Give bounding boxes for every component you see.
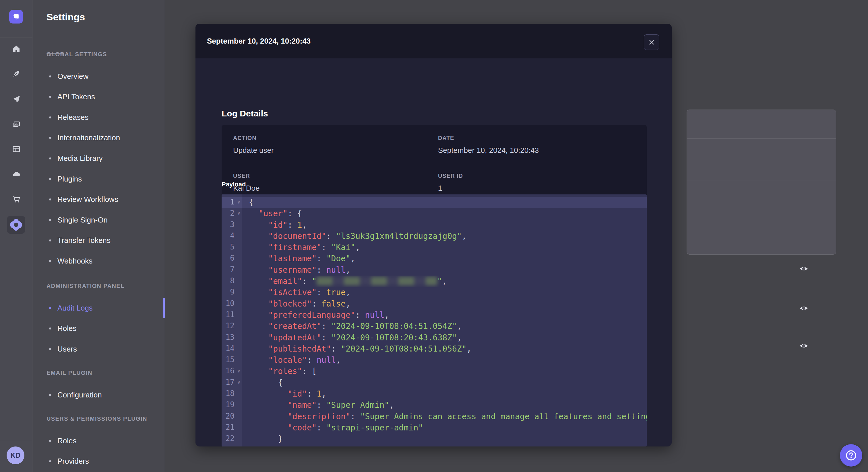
detail-label: DATE [438, 135, 635, 141]
question-mark-icon [845, 450, 857, 461]
nav-item-label: API Tokens [57, 92, 95, 101]
bullet-icon [49, 307, 51, 309]
line-number: 10 [222, 298, 242, 309]
strapi-logo-icon[interactable] [9, 10, 23, 24]
nav-section-label: EMAIL PLUGIN [46, 370, 92, 376]
nav-item-label: Overview [57, 72, 88, 81]
detail-field: ACTIONUpdate user [233, 135, 438, 155]
bullet-icon [49, 394, 51, 396]
line-number: 1∨ [222, 197, 242, 208]
help-button[interactable] [840, 444, 862, 467]
home-icon[interactable] [11, 43, 22, 54]
main-nav-rail: KD [0, 0, 32, 472]
user-avatar[interactable]: KD [7, 446, 24, 464]
detail-value: September 10, 2024, 10:20:43 [438, 146, 635, 155]
nav-item-label: Transfer Tokens [57, 236, 111, 245]
send-release-icon[interactable] [11, 94, 22, 104]
nav-item-label: Media Library [57, 154, 103, 163]
cloud-icon[interactable] [11, 169, 22, 179]
sidebar-item-overview[interactable]: Overview [32, 70, 165, 82]
sidebar-item-providers[interactable]: Providers [32, 455, 165, 468]
detail-value: Update user [233, 146, 438, 155]
bullet-icon [49, 460, 51, 462]
sidebar-item-review-workflows[interactable]: Review Workflows [32, 193, 165, 206]
marketplace-cart-icon[interactable] [11, 194, 22, 204]
nav-item-label: Providers [57, 457, 89, 466]
code-line-18: 18 "id": 1, [222, 388, 647, 400]
detail-label: USER [233, 173, 438, 179]
fold-chevron-icon[interactable]: ∨ [237, 368, 240, 374]
fold-chevron-icon[interactable]: ∨ [237, 210, 240, 216]
code-line-20: 20 "description": "Super Admins can acce… [222, 411, 647, 422]
bullet-icon [49, 328, 51, 330]
line-number: 11 [222, 309, 242, 321]
sidebar-item-transfer-tokens[interactable]: Transfer Tokens [32, 234, 165, 247]
nav-item-label: Configuration [57, 391, 102, 400]
code-line-19: 19 "name": "Super Admin", [222, 400, 647, 411]
redacted-email-value [317, 277, 437, 285]
line-number: 22 [222, 433, 242, 444]
log-details-card: ACTIONUpdate userDATESeptember 10, 2024,… [222, 125, 647, 199]
code-line-13: 13 "updatedAt": "2024-09-10T08:20:43.638… [222, 332, 647, 343]
sidebar-item-configuration[interactable]: Configuration [32, 389, 165, 401]
sidebar-item-media-library[interactable]: Media Library [32, 152, 165, 165]
nav-item-label: Releases [57, 113, 88, 122]
nav-item-label: Webhooks [57, 257, 92, 266]
detail-value: Kai Doe [233, 184, 438, 193]
line-number: 15 [222, 355, 242, 366]
code-line-15: 15 "locale": null, [222, 355, 647, 366]
log-details-heading: Log Details [222, 109, 268, 119]
sidebar-item-webhooks[interactable]: Webhooks [32, 255, 165, 267]
view-log-eye-icon[interactable] [798, 263, 809, 274]
sidebar-item-single-sign-on[interactable]: Single Sign-On [32, 214, 165, 226]
bullet-icon [49, 116, 51, 119]
bullet-icon [49, 137, 51, 139]
sidebar-item-roles[interactable]: Roles [32, 434, 165, 447]
code-line-5: 5 "firstname": "Kai", [222, 242, 647, 253]
code-line-16: 16∨ "roles": [ [222, 366, 647, 377]
fold-chevron-icon[interactable]: ∨ [237, 380, 240, 385]
sidebar-item-internationalization[interactable]: Internationalization [32, 132, 165, 144]
settings-nav-active[interactable] [7, 216, 25, 234]
sidebar-item-releases[interactable]: Releases [32, 111, 165, 124]
table-divider [687, 217, 836, 218]
nav-item-label: Users [57, 345, 77, 353]
close-icon [648, 39, 655, 45]
nav-item-label: Plugins [57, 175, 82, 183]
line-number: 6 [222, 253, 242, 264]
content-manager-icon[interactable] [11, 144, 22, 154]
sidebar-item-api-tokens[interactable]: API Tokens [32, 91, 165, 103]
bullet-icon [49, 348, 51, 350]
nav-item-label: Internationalization [57, 133, 120, 142]
sidebar-item-audit-logs[interactable]: Audit Logs [32, 302, 165, 314]
view-log-eye-icon[interactable] [798, 303, 809, 314]
sidebar-item-roles[interactable]: Roles [32, 322, 165, 335]
sidebar-item-users[interactable]: Users [32, 343, 165, 355]
feather-content-icon[interactable] [11, 69, 22, 79]
close-button[interactable] [644, 34, 659, 50]
line-number: 21 [222, 422, 242, 433]
subnav-scrollbar-thumb[interactable] [163, 298, 165, 318]
nav-section-label: ADMINISTRATION PANEL [46, 283, 125, 289]
modal-header: September 10, 2024, 10:20:43 [195, 24, 672, 58]
code-line-23: 23 ] [222, 445, 647, 446]
bullet-icon [49, 260, 51, 262]
code-line-10: 10 "blocked": false, [222, 298, 647, 309]
line-number: 14 [222, 343, 242, 355]
code-line-1: 1∨{ [222, 197, 647, 208]
bullet-icon [49, 219, 51, 221]
view-log-eye-icon[interactable] [798, 340, 809, 351]
payload-code-editor[interactable]: 1∨{2∨ "user": {3 "id": 1,4 "documentId":… [222, 194, 647, 446]
code-line-9: 9 "isActive": true, [222, 287, 647, 298]
media-library-icon[interactable] [11, 119, 22, 129]
sidebar-item-plugins[interactable]: Plugins [32, 173, 165, 185]
code-line-12: 12 "createdAt": "2024-09-10T08:04:51.054… [222, 321, 647, 332]
detail-field: DATESeptember 10, 2024, 10:20:43 [438, 135, 635, 155]
line-number: 20 [222, 411, 242, 422]
nav-section-label: GLOBAL SETTINGS [46, 51, 107, 58]
line-number: 18 [222, 388, 242, 400]
code-line-11: 11 "preferedLanguage": null, [222, 309, 647, 321]
nav-item-label: Audit Logs [57, 304, 93, 312]
modal-title: September 10, 2024, 10:20:43 [207, 24, 311, 58]
fold-chevron-icon[interactable]: ∨ [237, 199, 240, 205]
